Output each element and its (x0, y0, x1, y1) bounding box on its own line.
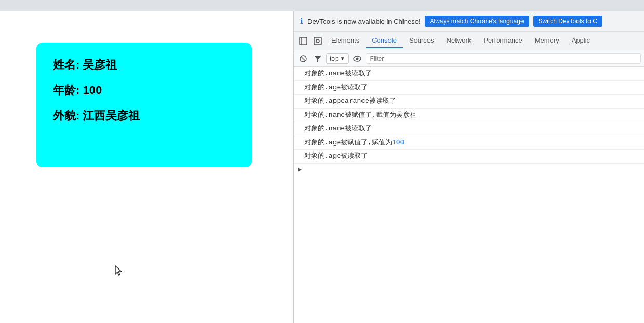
tab-elements[interactable]: Elements (325, 33, 366, 48)
svg-marker-6 (315, 56, 321, 62)
console-text: 对象的.age被读取了 (304, 151, 368, 162)
appearance-label: 外貌: 江西吴彦祖 (53, 108, 235, 124)
tab-network[interactable]: Network (440, 33, 478, 48)
page-area: 姓名: 吴彦祖 年龄: 100 外貌: 江西吴彦祖 (0, 11, 293, 323)
svg-rect-2 (314, 37, 321, 45)
svg-point-3 (316, 39, 319, 43)
console-line: 对象的.name被读取了 (294, 122, 644, 136)
info-icon: ℹ (300, 17, 303, 26)
name-label: 姓名: 吴彦祖 (53, 57, 235, 73)
match-language-button[interactable]: Always match Chrome's language (425, 16, 529, 27)
svg-line-5 (301, 57, 305, 61)
console-text: 对象的.name被赋值了,赋值为吴彦祖 (304, 110, 417, 120)
console-text: 对象的.appearance被读取了 (304, 96, 396, 106)
devtools-inspect-icon[interactable] (311, 34, 325, 48)
top-bar (0, 0, 644, 11)
console-line: 对象的.age被读取了 (294, 150, 644, 164)
console-prompt[interactable]: ▶ (294, 164, 644, 176)
tab-console[interactable]: Console (366, 33, 403, 48)
main-layout: 姓名: 吴彦祖 年龄: 100 外貌: 江西吴彦祖 ℹ DevTools is … (0, 11, 644, 323)
console-line: 对象的.name被赋值了,赋值为吴彦祖 (294, 109, 644, 123)
cursor-icon (114, 265, 123, 276)
switch-devtools-button[interactable]: Switch DevTools to C (533, 16, 602, 27)
info-card: 姓名: 吴彦祖 年龄: 100 外貌: 江西吴彦祖 (36, 43, 252, 167)
devtools-panel: ℹ DevTools is now available in Chinese! … (293, 11, 644, 323)
filter-input[interactable] (366, 53, 641, 64)
console-line: 对象的.name被读取了 (294, 67, 644, 81)
console-line: 对象的.appearance被读取了 (294, 95, 644, 109)
console-text: 对象的.name被读取了 (304, 69, 372, 79)
clear-console-button[interactable] (297, 52, 310, 65)
console-text: 对象的.name被读取了 (304, 124, 372, 134)
devtools-dock-icon[interactable] (296, 34, 311, 48)
console-text: 对象的.age被读取了 (304, 83, 368, 93)
age-value: 100 (392, 139, 404, 146)
console-line: 对象的.age被赋值了,赋值为100 (294, 136, 644, 150)
console-line: 对象的.age被读取了 (294, 81, 644, 95)
console-toolbar: top ▼ (294, 50, 644, 67)
eye-icon[interactable] (351, 52, 364, 65)
svg-rect-0 (300, 37, 307, 45)
console-output: 对象的.name被读取了 对象的.age被读取了 对象的.appearance被… (294, 67, 644, 323)
tab-performance[interactable]: Performance (477, 33, 528, 48)
tab-sources[interactable]: Sources (403, 33, 440, 48)
devtools-tabs: Elements Console Sources Network Perform… (294, 32, 644, 50)
tab-memory[interactable]: Memory (529, 33, 566, 48)
age-label: 年龄: 100 (53, 83, 235, 99)
chevron-down-icon: ▼ (340, 56, 345, 61)
context-dropdown[interactable]: top ▼ (326, 53, 349, 64)
svg-point-8 (356, 57, 358, 60)
tab-application[interactable]: Applic (566, 33, 596, 48)
language-banner: ℹ DevTools is now available in Chinese! … (294, 11, 644, 32)
console-text: 对象的.age被赋值了,赋值为100 (304, 138, 404, 148)
banner-text: DevTools is now available in Chinese! (307, 18, 421, 25)
context-value: top (330, 55, 339, 62)
prompt-arrow: ▶ (298, 166, 302, 173)
filter-icon[interactable] (312, 52, 324, 65)
